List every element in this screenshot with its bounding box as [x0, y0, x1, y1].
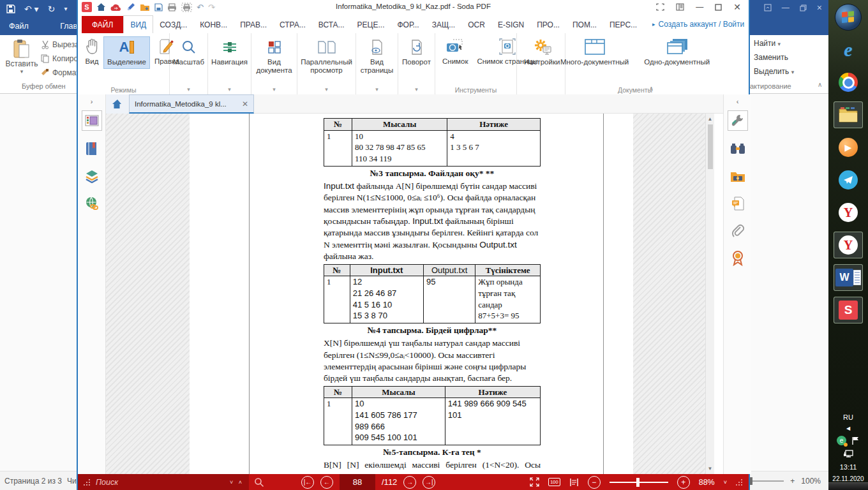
document-view-tool-group[interactable]: Вид документа ▾ [251, 33, 297, 94]
action-center-flag-icon[interactable] [851, 436, 860, 445]
current-page-input[interactable]: 88 [340, 474, 375, 490]
home-tab-button[interactable] [106, 94, 129, 114]
language-indicator[interactable]: RU [828, 413, 868, 421]
document-viewport[interactable]: № Мысалы Нәтиже 1 10 80 32 78 98 47 85 6… [106, 114, 714, 474]
soda-ribbon-tab[interactable]: ВИД [123, 15, 153, 33]
resize-grip-icon[interactable] [736, 479, 742, 486]
show-hidden-icons[interactable]: ◀ [846, 426, 850, 431]
zoom-dropdown-arrow[interactable]: ▾ [170, 86, 207, 93]
rotate-dropdown-arrow[interactable]: ▾ [398, 86, 435, 93]
fit-width-icon[interactable] [569, 478, 579, 487]
actual-size-icon[interactable]: 100 [548, 478, 560, 486]
zoom-in-button[interactable]: + [677, 476, 690, 489]
minimize-icon[interactable]: — [696, 3, 703, 11]
ribbon-display-icon[interactable] [764, 4, 772, 11]
thumbnails-panel-button[interactable] [82, 110, 102, 131]
search-files-panel-button[interactable] [728, 167, 747, 186]
search-panel-button[interactable] [728, 139, 747, 158]
comments-panel-button[interactable] [728, 194, 747, 213]
eset-icon[interactable]: e [837, 436, 846, 445]
navigation-dropdown-arrow[interactable]: ▾ [208, 86, 251, 93]
next-page-button[interactable]: → [403, 476, 416, 489]
soda-ribbon-tab[interactable]: РЕЦЕ... [351, 16, 391, 33]
soda-ribbon-tab[interactable]: КОНВ... [193, 16, 234, 33]
search-input[interactable]: Поиск [96, 478, 225, 487]
zoom-dropdown-icon[interactable]: ˅ [724, 479, 727, 486]
soda-ribbon-tab[interactable]: ПОМ... [566, 16, 603, 33]
search-icon[interactable] [254, 477, 264, 487]
view-mode-button[interactable]: Вид [82, 36, 102, 69]
zoom-level-label[interactable]: 88% [699, 478, 715, 487]
soda-ribbon-tab[interactable]: ВСТА... [312, 16, 351, 33]
zoom-tool-group[interactable]: Масштаб ▾ [170, 33, 208, 94]
start-button[interactable] [834, 4, 863, 31]
soda-ribbon-tab[interactable]: ЗАЩ... [426, 16, 462, 33]
parallel-view-tool-group[interactable]: Параллельный просмотр ▾ [297, 33, 356, 94]
multi-document-button[interactable]: Много-документный [557, 36, 632, 68]
scrollbar-thumb[interactable] [708, 124, 713, 169]
soda-ribbon-tab[interactable]: OCR [461, 16, 491, 33]
taskbar-item-internet-explorer[interactable]: e [834, 36, 863, 63]
soda-ribbon-tab[interactable]: ПРАВ... [234, 16, 273, 33]
close-icon[interactable]: × [817, 3, 822, 13]
soda-ribbon-tab[interactable]: ФАЙЛ [82, 16, 123, 33]
previous-page-button[interactable]: ← [320, 476, 333, 489]
redo-icon[interactable]: ↻ [48, 3, 56, 15]
taskbar-item-word[interactable]: W [834, 264, 863, 291]
clock-time[interactable]: 13:11 [828, 463, 868, 471]
taskbar-item-telegram[interactable] [834, 167, 863, 193]
links-panel-button[interactable] [82, 194, 101, 213]
expand-right-panel-icon[interactable]: ‹ [724, 94, 751, 110]
format-painter-button[interactable]: Формат [41, 68, 80, 77]
page-view-tool-group[interactable]: Вид страницы ▾ [356, 33, 398, 94]
expand-left-panel-icon[interactable]: › [78, 94, 105, 110]
scroll-down-icon[interactable]: ▼ [706, 466, 714, 471]
rotate-tool-group[interactable]: Поворот ▾ [398, 33, 435, 94]
find-button[interactable]: Найти ▾ [754, 39, 794, 48]
parallel-view-dropdown-arrow[interactable]: ▾ [297, 86, 355, 93]
zoom-in-icon[interactable]: + [790, 477, 795, 486]
collapse-ribbon-icon[interactable]: ∧ [818, 81, 822, 88]
close-icon[interactable]: ✕ [733, 2, 741, 12]
clock-date[interactable]: 22.11.2020 [828, 475, 868, 482]
snapshot-mode-icon[interactable] [656, 3, 664, 11]
navigation-tool-group[interactable]: Навигация ▾ [208, 33, 251, 94]
maximize-icon[interactable] [715, 4, 722, 11]
bookmarks-panel-button[interactable] [82, 139, 101, 158]
network-icon[interactable] [843, 450, 853, 459]
first-page-button[interactable]: |← [301, 476, 314, 489]
word-count[interactable]: Чи [67, 477, 77, 486]
soda-ribbon-tab[interactable]: ПЕРС... [603, 16, 643, 33]
soda-ribbon-tab[interactable]: СТРА... [273, 16, 312, 33]
create-account-link[interactable]: ▸ Создать аккаунт / Войти [652, 20, 744, 33]
fullscreen-icon[interactable] [530, 477, 539, 487]
soda-ribbon-tab[interactable]: ФОР... [391, 16, 426, 33]
taskbar-item-soda-pdf[interactable]: S [834, 297, 863, 323]
zoom-out-button[interactable]: − [588, 476, 601, 489]
soda-ribbon-tab[interactable]: E-SIGN [491, 16, 530, 33]
customize-qat-icon[interactable]: ▾ [64, 3, 67, 15]
select-button[interactable]: Выделить ▾ [754, 67, 794, 76]
signatures-panel-button[interactable] [728, 249, 747, 268]
page-indicator[interactable]: Страница 2 из 3 [4, 477, 62, 486]
page-view-dropdown-arrow[interactable]: ▾ [356, 86, 398, 93]
word-zoom-level[interactable]: 100% [801, 477, 821, 486]
taskbar-item-chrome[interactable] [834, 69, 863, 96]
zoom-slider[interactable] [610, 482, 668, 483]
layers-panel-button[interactable] [82, 167, 101, 186]
taskbar-item-media-player[interactable]: ▶ [834, 134, 863, 161]
collapse-ribbon-icon[interactable]: ∧ [649, 85, 654, 92]
vertical-scrollbar[interactable]: ▲ ▼ [705, 114, 714, 474]
replace-button[interactable]: Заменить [754, 53, 794, 62]
close-tab-icon[interactable]: ✕ [242, 100, 248, 108]
last-page-button[interactable]: →| [423, 476, 435, 489]
zoom-slider[interactable] [747, 480, 784, 482]
copy-button[interactable]: Копиро [41, 54, 78, 63]
attachments-panel-button[interactable] [728, 221, 747, 241]
snapshot-button[interactable]: Снимок [439, 36, 471, 68]
paste-dropdown-arrow[interactable]: ▾ [5, 68, 38, 75]
single-document-button[interactable]: Одно-документный [641, 36, 713, 68]
search-bar[interactable]: Поиск ˅ ˄ [78, 474, 249, 490]
document-view-dropdown-arrow[interactable]: ▾ [251, 86, 297, 93]
search-prev-next-icons[interactable]: ˅ ˄ [230, 479, 244, 486]
